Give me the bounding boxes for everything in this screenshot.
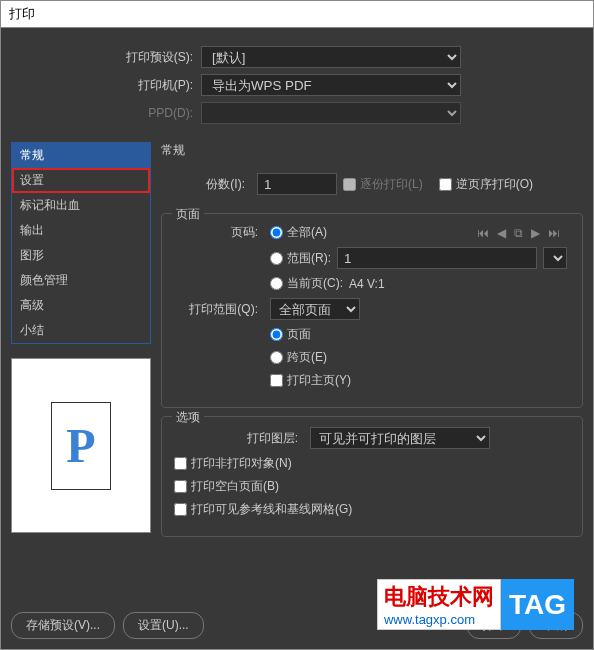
- sidebar-item-setup[interactable]: 设置: [12, 168, 150, 193]
- printer-select[interactable]: 导出为WPS PDF: [201, 74, 461, 96]
- next-page-icon[interactable]: ▶: [531, 226, 540, 240]
- page-number-label: 页码:: [174, 224, 264, 241]
- sidebar-item-marks[interactable]: 标记和出血: [12, 193, 150, 218]
- sidebar-item-advanced[interactable]: 高级: [12, 293, 150, 318]
- ppd-select: [201, 102, 461, 124]
- options-group: 选项 打印图层: 可见并可打印的图层 打印非打印对象(N) 打印空白页面(B) …: [161, 416, 583, 537]
- print-master-checkbox[interactable]: 打印主页(Y): [270, 372, 351, 389]
- nonprint-checkbox[interactable]: 打印非打印对象(N): [174, 455, 292, 472]
- pages-current-radio[interactable]: 当前页(C):: [270, 275, 343, 292]
- top-fields: 打印预设(S): [默认] 打印机(P): 导出为WPS PDF PPD(D):: [11, 38, 583, 142]
- spread-icon[interactable]: ⧉: [514, 226, 523, 240]
- pages-group-label: 页面: [172, 206, 204, 223]
- scope-select[interactable]: 全部页面: [270, 298, 360, 320]
- options-group-label: 选项: [172, 409, 204, 426]
- blank-checkbox[interactable]: 打印空白页面(B): [174, 478, 279, 495]
- copies-input[interactable]: [257, 173, 337, 195]
- pages-all-radio[interactable]: 全部(A): [270, 224, 327, 241]
- page-radio[interactable]: 页面: [270, 326, 311, 343]
- cancel-button[interactable]: 取消: [529, 612, 583, 639]
- current-page-info: A4 V:1: [349, 277, 385, 291]
- collate-checkbox: 逐份打印(L): [343, 176, 423, 193]
- sidebar-list: 常规 设置 标记和出血 输出 图形 颜色管理 高级 小结: [11, 142, 151, 344]
- print-button[interactable]: 打印: [467, 612, 521, 639]
- first-page-icon[interactable]: ⏮: [477, 226, 489, 240]
- pages-range-radio[interactable]: 范围(R):: [270, 250, 331, 267]
- sidebar-item-graphics[interactable]: 图形: [12, 243, 150, 268]
- bottom-buttons: 存储预设(V)... 设置(U)... 打印 取消: [11, 600, 583, 639]
- page-preview: P: [11, 358, 151, 533]
- sidebar-item-summary[interactable]: 小结: [12, 318, 150, 343]
- content-panel: 常规 份数(I): 逐份打印(L) 逆页序打印(O) 页面 页码: 全部(A) …: [161, 142, 583, 600]
- scope-label: 打印范围(Q):: [174, 301, 264, 318]
- range-input[interactable]: [337, 247, 537, 269]
- guides-checkbox[interactable]: 打印可见参考线和基线网格(G): [174, 501, 352, 518]
- copies-label: 份数(I):: [161, 176, 251, 193]
- sidebar-item-general[interactable]: 常规: [12, 143, 150, 168]
- sidebar: 常规 设置 标记和出血 输出 图形 颜色管理 高级 小结 P: [11, 142, 151, 600]
- reverse-checkbox[interactable]: 逆页序打印(O): [439, 176, 533, 193]
- sidebar-item-output[interactable]: 输出: [12, 218, 150, 243]
- layers-select[interactable]: 可见并可打印的图层: [310, 427, 490, 449]
- spread-radio[interactable]: 跨页(E): [270, 349, 327, 366]
- prev-page-icon[interactable]: ◀: [497, 226, 506, 240]
- preview-glyph: P: [51, 402, 111, 490]
- preset-label: 打印预设(S):: [11, 49, 201, 66]
- ppd-label: PPD(D):: [11, 106, 201, 120]
- page-nav: ⏮ ◀ ⧉ ▶ ⏭: [477, 226, 570, 240]
- preset-select[interactable]: [默认]: [201, 46, 461, 68]
- printer-label: 打印机(P):: [11, 77, 201, 94]
- save-preset-button[interactable]: 存储预设(V)...: [11, 612, 115, 639]
- window-title: 打印: [1, 1, 593, 28]
- last-page-icon[interactable]: ⏭: [548, 226, 560, 240]
- layers-label: 打印图层:: [174, 430, 304, 447]
- range-dropdown[interactable]: [543, 247, 567, 269]
- setup-button[interactable]: 设置(U)...: [123, 612, 204, 639]
- section-title: 常规: [161, 142, 583, 159]
- sidebar-item-color[interactable]: 颜色管理: [12, 268, 150, 293]
- pages-group: 页面 页码: 全部(A) ⏮ ◀ ⧉ ▶ ⏭: [161, 213, 583, 408]
